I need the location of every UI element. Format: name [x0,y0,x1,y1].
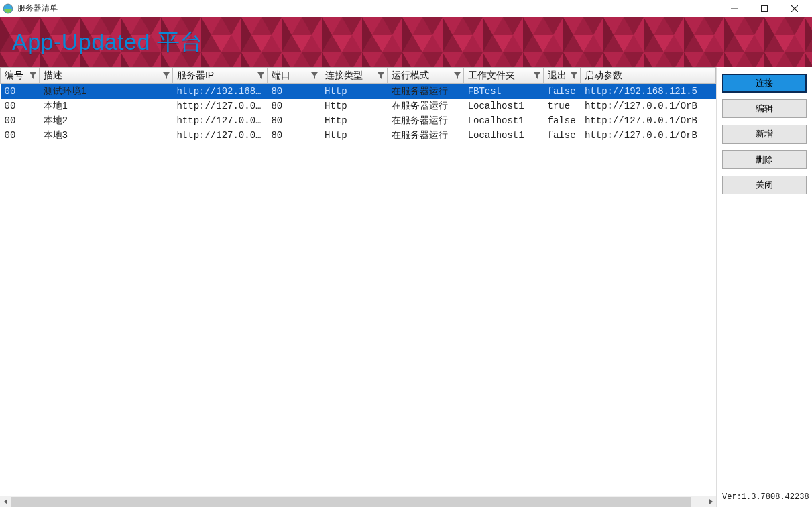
svg-marker-19 [378,72,384,79]
cell-desc[interactable]: 本地1 [40,99,172,113]
cell-mode[interactable]: 在服务器运行 [388,113,464,128]
delete-button[interactable]: 删除 [722,150,807,169]
cell-conn[interactable]: Http [321,99,388,113]
filter-icon[interactable] [30,72,36,79]
cell-port[interactable]: 80 [267,99,321,113]
svg-marker-22 [571,72,577,79]
scroll-thumb[interactable] [11,497,691,507]
filter-icon[interactable] [571,72,577,79]
main: 编号描述服务器IP端口连接类型运行模式工作文件夹退出启动参数 00测试环境1ht… [0,67,812,507]
scroll-right-button[interactable] [705,496,716,507]
maximize-button[interactable] [749,0,779,17]
column-header-conn[interactable]: 连接类型 [321,68,388,84]
cell-mode[interactable]: 在服务器运行 [388,99,464,113]
cell-folder[interactable]: FBTest [464,84,544,99]
close-action-button[interactable]: 关闭 [722,176,807,194]
cell-exit[interactable]: false [544,128,581,143]
svg-marker-21 [534,72,540,79]
cell-exit[interactable]: false [544,84,581,99]
filter-icon[interactable] [257,72,264,79]
server-table: 编号描述服务器IP端口连接类型运行模式工作文件夹退出启动参数 00测试环境1ht… [0,67,716,143]
table-row[interactable]: 00本地2http://127.0.0…80Http在服务器运行Localhos… [1,113,716,128]
svg-marker-23 [4,499,7,504]
table-row[interactable]: 00本地1http://127.0.0…80Http在服务器运行Localhos… [1,99,716,113]
cell-conn[interactable]: Http [321,128,388,143]
cell-id[interactable]: 00 [1,84,40,99]
column-header-label: 编号 [5,70,23,80]
cell-mode[interactable]: 在服务器运行 [388,128,464,143]
cell-port[interactable]: 80 [267,84,321,99]
svg-marker-20 [454,72,461,79]
column-header-label: 启动参数 [585,70,622,80]
filter-icon[interactable] [311,72,318,79]
column-header-folder[interactable]: 工作文件夹 [464,68,544,84]
column-header-id[interactable]: 编号 [1,68,40,84]
column-header-exit[interactable]: 退出 [544,68,581,84]
svg-marker-17 [257,72,264,79]
cell-conn[interactable]: Http [321,84,388,99]
add-button[interactable]: 新增 [722,125,807,144]
scroll-left-button[interactable] [0,496,11,507]
app-icon [3,3,13,14]
scroll-track[interactable] [11,496,705,507]
cell-folder[interactable]: Localhost1 [464,99,544,113]
cell-args[interactable]: http://127.0.0.1/OrB [581,113,716,128]
column-header-label: 端口 [272,70,290,80]
cell-desc[interactable]: 本地3 [40,128,172,143]
cell-port[interactable]: 80 [267,128,321,143]
cell-folder[interactable]: Localhost1 [464,128,544,143]
cell-id[interactable]: 00 [1,99,40,113]
grid-panel: 编号描述服务器IP端口连接类型运行模式工作文件夹退出启动参数 00测试环境1ht… [0,67,717,507]
cell-id[interactable]: 00 [1,128,40,143]
column-header-label: 连接类型 [325,70,363,80]
cell-desc[interactable]: 本地2 [40,113,172,128]
cell-ip[interactable]: http://127.0.0… [172,128,267,143]
horizontal-scrollbar[interactable] [0,496,716,507]
filter-icon[interactable] [378,72,384,79]
minimize-button[interactable] [719,0,749,17]
column-header-args[interactable]: 启动参数 [581,68,716,84]
cell-ip[interactable]: http://127.0.0… [172,99,267,113]
column-header-label: 退出 [548,70,567,80]
cell-args[interactable]: http://192.168.121.5 [581,84,716,99]
cell-port[interactable]: 80 [267,113,321,128]
svg-marker-18 [311,72,318,79]
column-header-mode[interactable]: 运行模式 [388,68,464,84]
cell-ip[interactable]: http://127.0.0… [172,113,267,128]
column-header-label: 工作文件夹 [468,70,515,80]
column-header-label: 运行模式 [392,70,429,80]
table-row[interactable]: 00本地3http://127.0.0…80Http在服务器运行Localhos… [1,128,716,143]
cell-ip[interactable]: http://192.168… [172,84,267,99]
svg-rect-3 [761,5,767,11]
close-button[interactable] [779,0,809,17]
cell-conn[interactable]: Http [321,113,388,128]
grid-scroll[interactable]: 编号描述服务器IP端口连接类型运行模式工作文件夹退出启动参数 00测试环境1ht… [0,67,716,496]
filter-icon[interactable] [163,72,170,79]
titlebar: 服务器清单 [0,0,812,17]
side-panel: 连接 编辑 新增 删除 关闭 Ver:1.3.7808.42238 [717,67,812,507]
cell-args[interactable]: http://127.0.0.1/OrB [581,128,716,143]
svg-marker-24 [709,499,713,504]
table-row[interactable]: 00测试环境1http://192.168…80Http在服务器运行FBTest… [1,84,716,99]
cell-exit[interactable]: true [544,99,581,113]
cell-exit[interactable]: false [544,113,581,128]
connect-button[interactable]: 连接 [722,74,807,93]
cell-mode[interactable]: 在服务器运行 [388,84,464,99]
cell-id[interactable]: 00 [1,113,40,128]
edit-button[interactable]: 编辑 [722,99,807,118]
filter-icon[interactable] [534,72,540,79]
column-header-desc[interactable]: 描述 [40,68,172,84]
column-header-port[interactable]: 端口 [267,68,321,84]
svg-marker-15 [30,72,36,79]
cell-args[interactable]: http://127.0.0.1/OrB [581,99,716,113]
cell-folder[interactable]: Localhost1 [464,113,544,128]
banner: App-Updated 平台 [0,17,812,67]
cell-desc[interactable]: 测试环境1 [40,84,172,99]
table-header-row: 编号描述服务器IP端口连接类型运行模式工作文件夹退出启动参数 [1,68,716,84]
banner-title: App-Updated 平台 [0,17,812,58]
version-label: Ver:1.3.7808.42238 [722,491,807,504]
filter-icon[interactable] [454,72,461,79]
column-header-ip[interactable]: 服务器IP [172,68,267,84]
window-controls [719,0,809,17]
svg-marker-16 [163,72,170,79]
